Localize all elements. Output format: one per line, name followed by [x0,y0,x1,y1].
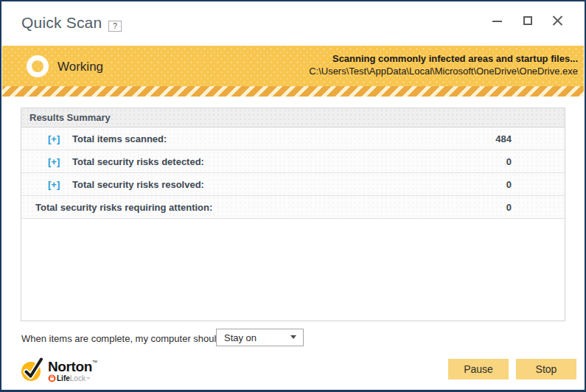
scan-progress-info: Scanning commonly infected areas and sta… [309,52,578,77]
brand-name: Norton [48,359,92,374]
progress-stripes [2,86,584,97]
row-value: 0 [506,202,512,213]
status-banner: Working Scanning commonly infected areas… [2,46,584,86]
table-row: [+] Total security risks resolved: 0 [21,173,565,196]
norton-check-icon [20,355,46,383]
help-button[interactable]: ? [108,21,122,32]
lifelock-lock: Lock [70,375,86,382]
completion-action-dropdown[interactable]: Stay on [216,329,304,346]
window-controls [492,15,564,27]
row-value: 0 [506,156,512,167]
completion-action-label: When items are complete, my computer sho… [21,333,222,344]
scan-activity-text: Scanning commonly infected areas and sta… [309,52,578,65]
lock-icon [48,374,56,382]
row-label: Total security risks requiring attention… [35,202,212,213]
row-label: Total security risks resolved: [72,179,204,190]
dropdown-selected-value: Stay on [224,332,257,343]
expand-button[interactable]: [+] [48,133,60,144]
minimize-icon [492,21,502,22]
table-row: Total security risks requiring attention… [21,196,565,219]
minimize-button[interactable] [492,15,503,27]
quick-scan-window: Quick Scan ? Working Scanning commonly i… [0,0,586,392]
chevron-down-icon [290,335,296,339]
row-label: Total security risks detected: [72,156,204,167]
maximize-icon [523,16,532,25]
page-title: Quick Scan [21,14,102,32]
lifelock-life: Life [57,375,70,382]
spinner-icon [27,55,49,77]
maximize-button[interactable] [522,15,534,27]
results-panel: Results Summary [+] Total items scanned:… [21,108,565,321]
table-row: [+] Total items scanned: 484 [21,127,565,150]
trademark-symbol: ™ [92,360,97,365]
row-label: Total items scanned: [72,133,167,144]
expand-button[interactable]: [+] [48,156,60,167]
expand-button[interactable]: [+] [48,179,60,190]
close-icon [552,15,564,27]
norton-lifelock-logo: Norton™ LifeLock™ [20,355,97,383]
row-value: 0 [506,179,512,190]
status-text: Working [57,60,103,74]
table-row: [+] Total security risks detected: 0 [21,150,565,173]
stop-button[interactable]: Stop [516,359,576,379]
lifelock-wordmark: LifeLock™ [48,374,97,382]
pause-button[interactable]: Pause [448,359,509,379]
row-value: 484 [495,133,512,144]
title-bar: Quick Scan ? [1,1,585,46]
results-summary-header: Results Summary [21,108,565,127]
brand-text: Norton™ LifeLock™ [48,360,97,382]
trademark-symbol: ™ [86,377,90,381]
scan-path-text: C:\Users\Test\AppData\Local\Microsoft\On… [309,65,578,77]
close-button[interactable] [552,15,564,27]
